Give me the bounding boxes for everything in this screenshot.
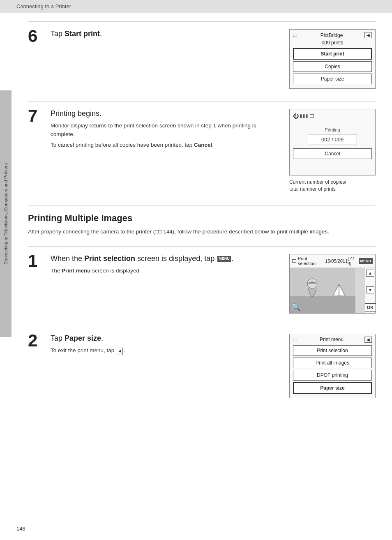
divider-section <box>28 205 376 205</box>
cancel-btn[interactable]: Cancel <box>293 148 372 159</box>
print-selection-device: Print selection 15/05/2011 [ 4/ 4] MENU <box>289 254 376 314</box>
step-7-title: Printing begins. <box>51 109 281 118</box>
main-content: 6 Tap Start print. PictBridge ◀ 009 prin… <box>12 13 392 427</box>
copies-btn[interactable]: Copies <box>293 61 372 72</box>
printing-label: Printing <box>293 127 372 132</box>
ps-arrow-up[interactable]: ▲ <box>366 270 374 277</box>
print-menu-device: Print menu ◀ Print selection Print all i… <box>289 334 376 398</box>
step-2-title: Tap Paper size. <box>51 334 281 343</box>
step-1-number: 1 <box>28 252 51 270</box>
ps-image-area: 🔍 ▲ ▼ OK <box>290 268 375 313</box>
pm-small-indicator <box>293 338 297 341</box>
ps-image: 🔍 <box>290 268 365 313</box>
divider-step6 <box>28 21 376 22</box>
battery-bar-icon: ▮▮▮ <box>300 113 308 119</box>
pm-back-icon[interactable]: ◀ <box>364 337 372 343</box>
ps-side-controls: ▲ ▼ OK <box>365 268 375 313</box>
paper-size-menu-btn[interactable]: Paper size <box>293 382 372 394</box>
pictbridge-prints: 009 prints <box>293 40 372 46</box>
printing-ui: ⏻ ▮▮▮ Printing 002 / 009 Cancel <box>290 109 375 175</box>
back-icon-inline: ◀ <box>117 348 123 355</box>
ps-menu-btn[interactable]: MENU <box>359 258 373 264</box>
step-1-body: The Print menu screen is displayed. <box>51 267 281 275</box>
step-1-row: 1 When the Print selection screen is dis… <box>28 254 376 314</box>
step-1-title: When the Print selection screen is displ… <box>51 254 281 263</box>
step-6-row: 6 Tap Start print. PictBridge ◀ 009 prin… <box>28 29 376 89</box>
ps-date: 15/05/2011 <box>325 258 348 263</box>
page-number: 146 <box>16 526 25 532</box>
step-7-body2: To cancel printing before all copies hav… <box>51 141 281 149</box>
step-7-number: 7 <box>28 107 51 125</box>
print-menu-ui: Print menu ◀ Print selection Print all i… <box>290 334 375 398</box>
caption-box: Current number of copies/ total number o… <box>289 179 346 193</box>
divider-step2 <box>28 326 376 326</box>
side-label-text: Connecting to Televisions, Computers and… <box>3 163 9 265</box>
printing-progress: 002 / 009 <box>308 134 357 145</box>
pictbridge-ui: PictBridge ◀ 009 prints Start print Copi… <box>290 30 375 88</box>
ps-zoom-icon[interactable]: 🔍 <box>291 302 300 312</box>
section-heading: Printing Multiple Images <box>28 213 376 224</box>
caption-text: Current number of copies/ total number o… <box>289 179 346 193</box>
step-2-row: 2 Tap Paper size. To exit the print menu… <box>28 334 376 398</box>
menu-icon: MENU <box>217 256 231 262</box>
step-7-body1: Monitor display returns to the print sel… <box>51 122 281 138</box>
step-2-content: Tap Paper size. To exit the print menu, … <box>51 334 289 358</box>
pm-title-bar: Print menu ◀ <box>293 337 372 343</box>
step-2-body: To exit the print menu, tap ◀. <box>51 346 281 355</box>
printing-top-icons: ⏻ ▮▮▮ <box>293 113 372 119</box>
print-selection-menu-btn[interactable]: Print selection <box>293 345 372 356</box>
divider-step1 <box>28 246 376 247</box>
pictbridge-title-bar: PictBridge ◀ <box>293 32 372 38</box>
step-7-content: Printing begins. Monitor display returns… <box>51 109 289 152</box>
step-7-body: Monitor display returns to the print sel… <box>51 122 281 149</box>
dpof-printing-btn[interactable]: DPOF printing <box>293 370 372 381</box>
step-1-content: When the Print selection screen is displ… <box>51 254 289 278</box>
pictbridge-title: PictBridge <box>299 32 364 38</box>
ps-header-label: Print selection <box>298 256 325 266</box>
printing-device: ⏻ ▮▮▮ Printing 002 / 009 Cancel <box>289 109 376 175</box>
step-6-title: Tap Start print. <box>51 29 281 39</box>
page-header: Connecting to a Printer <box>0 0 392 13</box>
small-indicator-2 <box>310 114 314 118</box>
ps-count: [ 4/ 4] <box>348 256 358 266</box>
pictbridge-back-icon[interactable]: ◀ <box>364 32 372 38</box>
pictbridge-device: PictBridge ◀ 009 prints Start print Copi… <box>289 29 376 89</box>
printing-device-container: ⏻ ▮▮▮ Printing 002 / 009 Cancel Current … <box>289 109 376 193</box>
step-7-row: 7 Printing begins. Monitor display retur… <box>28 109 376 193</box>
step-6-number: 6 <box>28 28 51 45</box>
power-icon: ⏻ <box>293 113 299 119</box>
step-6-content: Tap Start print. <box>51 29 289 42</box>
small-indicator <box>293 34 297 37</box>
ps-header: Print selection 15/05/2011 [ 4/ 4] MENU <box>290 254 375 268</box>
ps-ok-btn[interactable]: OK <box>364 303 376 312</box>
start-print-btn[interactable]: Start print <box>293 48 372 60</box>
pm-title: Print menu <box>299 337 364 342</box>
ps-arrow-down[interactable]: ▼ <box>366 286 374 293</box>
section-intro: After properly connecting the camera to … <box>28 228 376 236</box>
side-label-bar: Connecting to Televisions, Computers and… <box>0 90 12 337</box>
step-2-number: 2 <box>28 332 51 349</box>
header-title: Connecting to a Printer <box>16 3 71 9</box>
print-all-images-btn[interactable]: Print all images <box>293 358 372 368</box>
divider-step7 <box>28 101 376 102</box>
paper-size-btn-step6[interactable]: Paper size <box>293 74 372 84</box>
ps-small-indicator <box>292 259 296 263</box>
